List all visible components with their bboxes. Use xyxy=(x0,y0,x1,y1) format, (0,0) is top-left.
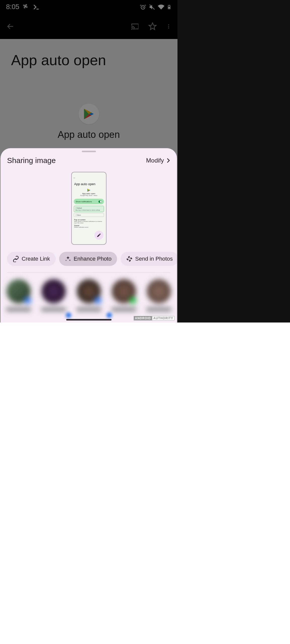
chip-label: Enhance Photo xyxy=(74,256,112,262)
photos-pinwheel-icon xyxy=(126,256,133,262)
link-icon xyxy=(13,256,19,262)
sheet-title: Sharing image xyxy=(7,156,56,165)
chip-label: Send in Photos xyxy=(135,256,173,262)
modify-button[interactable]: Modify xyxy=(146,157,171,164)
navigation-bar[interactable] xyxy=(66,319,112,320)
edit-fab[interactable] xyxy=(94,231,103,240)
send-in-photos-chip[interactable]: Send in Photos xyxy=(121,252,177,266)
contact-item[interactable] xyxy=(5,279,32,311)
modify-label: Modify xyxy=(146,157,164,164)
share-preview-thumbnail[interactable]: ← App auto open App auto open Google Pla… xyxy=(71,172,106,245)
chevron-right-icon xyxy=(165,158,171,163)
share-sheet: Sharing image Modify ← App auto open App… xyxy=(1,148,177,323)
action-chips-row: Create Link Enhance Photo Send in Photos… xyxy=(1,245,177,266)
contact-item[interactable] xyxy=(75,279,102,311)
enhance-photo-chip[interactable]: Enhance Photo xyxy=(59,252,117,266)
contact-item[interactable] xyxy=(146,279,172,311)
svg-point-8 xyxy=(129,259,130,259)
phone-frame: 8:05 App auto open App auto open xyxy=(0,0,177,323)
sparkle-icon xyxy=(65,256,71,262)
contact-item[interactable] xyxy=(40,279,67,311)
contact-item[interactable] xyxy=(110,279,137,311)
contacts-row xyxy=(1,279,177,311)
chip-label: Create Link xyxy=(22,256,50,262)
divider xyxy=(7,272,170,273)
watermark: ANDROIDAUTHORITY xyxy=(134,316,174,320)
create-link-chip[interactable]: Create Link xyxy=(7,252,56,266)
